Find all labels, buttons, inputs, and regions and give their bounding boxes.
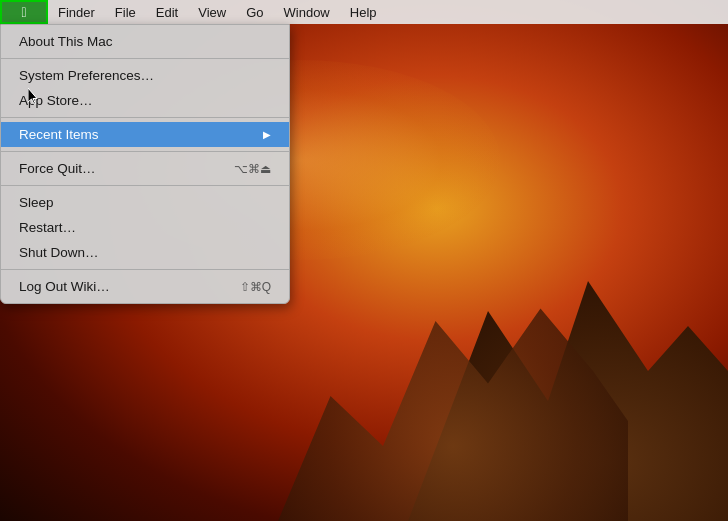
menubar-edit[interactable]: Edit (146, 0, 188, 24)
submenu-chevron-icon: ▶ (263, 129, 271, 140)
force-quit-shortcut: ⌥⌘⏏ (234, 162, 271, 176)
menu-item-shutdown[interactable]: Shut Down… (1, 240, 289, 265)
menubar-go[interactable]: Go (236, 0, 273, 24)
apple-dropdown-menu: About This Mac System Preferences… App S… (0, 24, 290, 304)
menu-item-recent-items[interactable]: Recent Items ▶ (1, 122, 289, 147)
menu-separator-5 (1, 269, 289, 270)
menu-separator-3 (1, 151, 289, 152)
menu-item-system-prefs[interactable]: System Preferences… (1, 63, 289, 88)
menubar-file[interactable]: File (105, 0, 146, 24)
menu-item-restart[interactable]: Restart… (1, 215, 289, 240)
menu-separator-4 (1, 185, 289, 186)
menubar-help[interactable]: Help (340, 0, 387, 24)
menubar:  Finder File Edit View Go Window Help (0, 0, 728, 24)
menu-separator-1 (1, 58, 289, 59)
menu-item-force-quit[interactable]: Force Quit… ⌥⌘⏏ (1, 156, 289, 181)
menu-item-app-store[interactable]: App Store… (1, 88, 289, 113)
menubar-window[interactable]: Window (274, 0, 340, 24)
menubar-finder[interactable]: Finder (48, 0, 105, 24)
menu-item-about[interactable]: About This Mac (1, 29, 289, 54)
apple-logo-icon:  (21, 5, 26, 19)
menubar-view[interactable]: View (188, 0, 236, 24)
menu-item-logout[interactable]: Log Out Wiki… ⇧⌘Q (1, 274, 289, 299)
logout-shortcut: ⇧⌘Q (240, 280, 271, 294)
menu-item-sleep[interactable]: Sleep (1, 190, 289, 215)
menu-separator-2 (1, 117, 289, 118)
apple-menu-button[interactable]:  (0, 0, 48, 24)
